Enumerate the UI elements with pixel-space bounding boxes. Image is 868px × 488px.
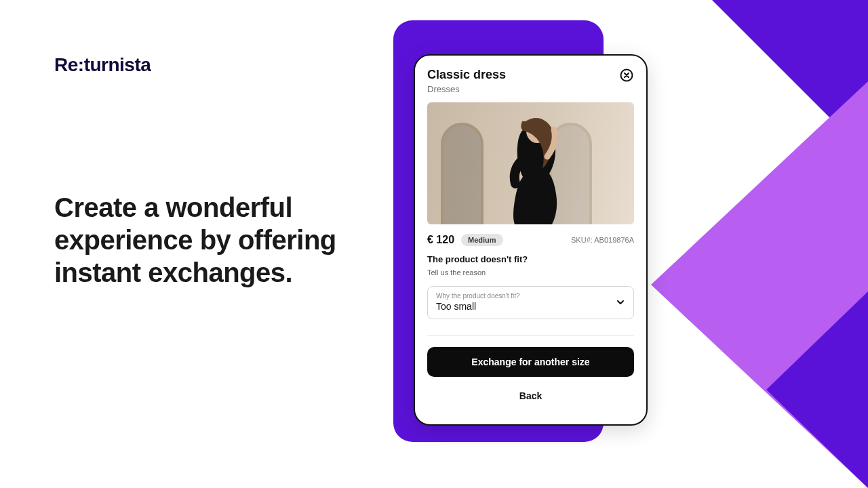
product-image [427,102,634,224]
reason-select-label: Why the product doesn't fit? [436,292,625,300]
back-button[interactable]: Back [427,381,634,411]
svg-marker-0 [712,0,868,156]
svg-marker-2 [766,291,868,488]
product-sku: SKU#: AB019876A [571,236,634,244]
fit-question: The product doesn't fit? [427,254,634,264]
product-category: Dresses [427,84,506,94]
chevron-down-icon [616,298,625,307]
logo-colon: : [78,54,84,75]
logo-prefix: Re [54,54,78,75]
svg-marker-1 [651,81,868,488]
product-price: € 120 [427,234,454,246]
fit-subtext: Tell us the reason [427,268,634,277]
brand-logo: Re:turnista [54,54,353,76]
close-button[interactable] [619,68,634,83]
reason-select-value: Too small [436,301,625,312]
product-exchange-modal: Classic dress Dresses [414,54,648,426]
reason-select[interactable]: Why the product doesn't fit? Too small [427,286,634,319]
product-title: Classic dress [427,68,506,83]
exchange-button[interactable]: Exchange for another size [427,347,634,377]
logo-suffix: turnista [84,54,151,75]
divider [427,336,634,336]
size-badge: Medium [461,234,503,246]
close-icon [620,68,633,82]
marketing-headline: Create a wonderful experience by offerin… [54,191,353,289]
